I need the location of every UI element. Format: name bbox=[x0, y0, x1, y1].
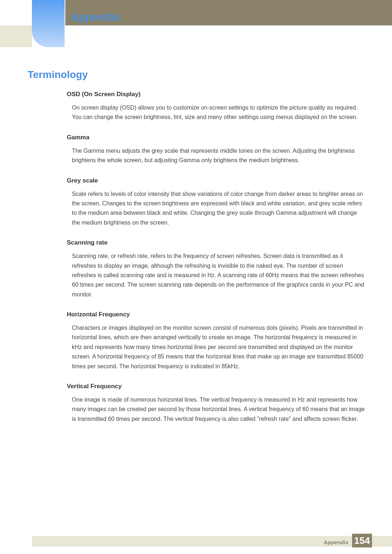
content-area: OSD (On Screen Display) On screen displa… bbox=[67, 91, 366, 435]
term-title: Gamma bbox=[67, 134, 366, 141]
chapter-title: Appendix bbox=[71, 11, 121, 23]
term-grey-scale: Grey scale Scale refers to levels of col… bbox=[67, 177, 366, 228]
term-horizontal-frequency: Horizontal Frequency Characters or image… bbox=[67, 311, 366, 371]
term-body: One image is made of numerous horizontal… bbox=[67, 395, 366, 424]
section-title: Terminology bbox=[28, 69, 88, 81]
term-title: OSD (On Screen Display) bbox=[67, 91, 366, 98]
term-vertical-frequency: Vertical Frequency One image is made of … bbox=[67, 383, 366, 424]
term-body: Scale refers to levels of color intensit… bbox=[67, 189, 366, 228]
left-decoration bbox=[0, 25, 32, 47]
term-body: On screen display (OSD) allows you to cu… bbox=[67, 103, 366, 122]
term-body: Characters or images displayed on the mo… bbox=[67, 323, 366, 371]
term-osd: OSD (On Screen Display) On screen displa… bbox=[67, 91, 366, 122]
term-title: Vertical Frequency bbox=[67, 383, 366, 390]
term-scanning-rate: Scanning rate Scanning rate, or refresh … bbox=[67, 239, 366, 299]
term-title: Horizontal Frequency bbox=[67, 311, 366, 318]
term-title: Grey scale bbox=[67, 177, 366, 184]
chapter-tab bbox=[32, 0, 65, 47]
term-body: Scanning rate, or refresh rate, refers t… bbox=[67, 251, 366, 299]
term-gamma: Gamma The Gamma menu adjusts the grey sc… bbox=[67, 134, 366, 165]
footer-label: Appendix bbox=[324, 539, 348, 545]
page-number: 154 bbox=[352, 534, 372, 547]
term-body: The Gamma menu adjusts the grey scale th… bbox=[67, 146, 366, 165]
term-title: Scanning rate bbox=[67, 239, 366, 246]
